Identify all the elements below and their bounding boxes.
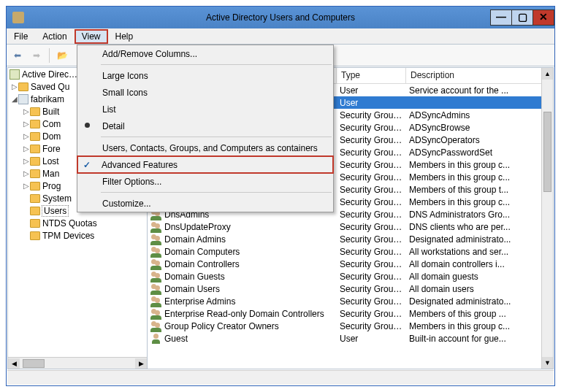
domain-icon bbox=[18, 94, 28, 104]
folder-icon bbox=[30, 207, 40, 215]
list-row[interactable]: Domain ComputersSecurity Group...All wor… bbox=[148, 245, 541, 258]
scroll-down[interactable]: ▼ bbox=[542, 357, 553, 369]
list-vscrollbar[interactable]: ▲ ▼ bbox=[541, 68, 553, 369]
folder-icon bbox=[30, 145, 40, 153]
tree-node-ntds-quotas[interactable]: NTDS Quotas bbox=[8, 217, 147, 229]
group-icon bbox=[150, 234, 162, 245]
menu-customize[interactable]: Customize... bbox=[77, 195, 333, 212]
list-row[interactable]: DnsUpdateProxySecurity Group...DNS clien… bbox=[148, 220, 541, 233]
list-row[interactable]: Domain ControllersSecurity Group...All d… bbox=[148, 258, 541, 270]
folder-icon bbox=[30, 157, 40, 166]
list-row[interactable]: Domain UsersSecurity Group...All domain … bbox=[148, 283, 541, 295]
folder-icon bbox=[30, 194, 40, 203]
scroll-up[interactable]: ▲ bbox=[542, 68, 553, 80]
folder-icon bbox=[30, 219, 40, 228]
view-menu-dropdown: Add/Remove Columns... Large Icons Small … bbox=[77, 45, 334, 212]
list-row[interactable]: Enterprise Read-only Domain ControllersS… bbox=[148, 307, 541, 320]
menu-small-icons[interactable]: Small Icons bbox=[77, 84, 333, 101]
group-icon bbox=[150, 320, 162, 332]
aduc-icon bbox=[9, 69, 20, 80]
col-type[interactable]: Type bbox=[337, 68, 406, 83]
list-row[interactable]: Group Policy Creator OwnersSecurity Grou… bbox=[148, 320, 541, 332]
folder-icon bbox=[30, 169, 40, 178]
folder-icon bbox=[30, 120, 40, 128]
col-description[interactable]: Description bbox=[406, 68, 553, 83]
titlebar[interactable]: Active Directory Users and Computers — ▢… bbox=[7, 7, 554, 28]
scroll-left[interactable]: ◀ bbox=[8, 358, 20, 369]
folder-icon bbox=[30, 182, 40, 191]
statusbar bbox=[7, 370, 554, 385]
up-button[interactable]: 📂 bbox=[54, 47, 70, 64]
vscroll-thumb[interactable] bbox=[543, 112, 552, 192]
group-icon bbox=[150, 296, 162, 307]
list-row[interactable]: Domain GuestsSecurity Group...All domain… bbox=[148, 270, 541, 283]
menu-help[interactable]: Help bbox=[108, 29, 141, 44]
menu-containers[interactable]: Users, Contacts, Groups, and Computers a… bbox=[77, 139, 333, 156]
aduc-window: Active Directory Users and Computers — ▢… bbox=[6, 6, 555, 386]
group-icon bbox=[150, 271, 162, 283]
list-row[interactable]: Enterprise AdminsSecurity Group...Design… bbox=[148, 295, 541, 307]
group-icon bbox=[150, 308, 162, 320]
scroll-thumb[interactable] bbox=[23, 359, 45, 368]
check-icon: ✓ bbox=[83, 160, 91, 170]
menu-view[interactable]: View bbox=[75, 29, 108, 44]
menu-file[interactable]: File bbox=[7, 29, 35, 44]
menu-large-icons[interactable]: Large Icons bbox=[77, 67, 333, 84]
bullet-icon bbox=[85, 123, 90, 128]
group-icon bbox=[150, 221, 162, 233]
menu-detail[interactable]: Detail bbox=[77, 118, 333, 134]
folder-icon bbox=[30, 231, 40, 240]
scroll-right[interactable]: ▶ bbox=[135, 358, 147, 369]
folder-icon bbox=[30, 132, 40, 141]
forward-button[interactable]: ➡ bbox=[28, 47, 45, 64]
back-button[interactable]: ⬅ bbox=[9, 47, 26, 64]
user-icon bbox=[150, 333, 162, 345]
group-icon bbox=[150, 258, 162, 270]
menu-filter-options[interactable]: Filter Options... bbox=[77, 173, 333, 190]
tree-hscrollbar[interactable]: ◀ ▶ bbox=[8, 357, 147, 369]
menu-action[interactable]: Action bbox=[35, 29, 74, 44]
folder-icon bbox=[30, 107, 40, 116]
tree-node-tpm-devices[interactable]: TPM Devices bbox=[8, 229, 147, 242]
list-row[interactable]: GuestUserBuilt-in account for gue... bbox=[148, 332, 541, 345]
menu-add-remove-columns[interactable]: Add/Remove Columns... bbox=[77, 45, 333, 62]
folder-icon bbox=[18, 82, 28, 91]
menu-list[interactable]: List bbox=[77, 101, 333, 118]
window-title: Active Directory Users and Computers bbox=[7, 12, 554, 23]
group-icon bbox=[150, 283, 162, 295]
menubar: File Action View Help bbox=[7, 28, 554, 45]
list-row[interactable]: Domain AdminsSecurity Group...Designated… bbox=[148, 233, 541, 245]
menu-advanced-features[interactable]: ✓Advanced Features bbox=[77, 155, 334, 174]
group-icon bbox=[150, 246, 162, 258]
